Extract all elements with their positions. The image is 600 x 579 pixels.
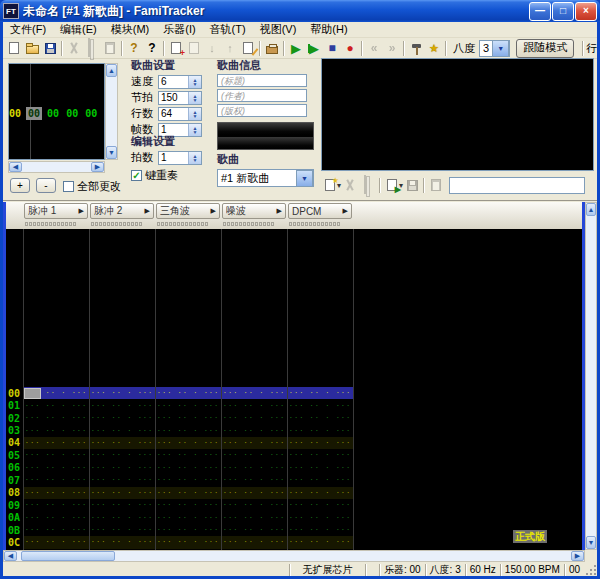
key-repeat-option[interactable]: ✓ 键重奏: [131, 168, 215, 183]
pattern-row[interactable]: 0A··· ·· · ······ ·· · ······ ·· · ·····…: [6, 511, 582, 523]
channel-header[interactable]: 脉冲 2▶: [89, 203, 155, 228]
instrument-load-icon[interactable]: ▶: [383, 177, 401, 194]
copy-icon[interactable]: [83, 40, 101, 57]
pattern-cell[interactable]: ··· ·· · ···: [287, 424, 353, 436]
stop-icon[interactable]: ■: [323, 40, 341, 57]
pattern-cell[interactable]: ··· ·· · ···: [89, 437, 155, 449]
frame-pattern-cell[interactable]: 00: [64, 107, 80, 120]
pattern-row[interactable]: 0C··· ·· · ······ ·· · ······ ·· · ·····…: [6, 536, 582, 548]
instrument-edit-icon[interactable]: [427, 177, 445, 194]
channel-effect-expand-icon[interactable]: ▶: [343, 207, 348, 215]
channel-effect-expand-icon[interactable]: ▶: [79, 207, 84, 215]
pattern-cell[interactable]: ··· ·· · ···: [221, 487, 287, 499]
prev-frame-icon[interactable]: «: [365, 40, 383, 57]
pattern-cell[interactable]: ··· ·· · ···: [221, 437, 287, 449]
key-repeat-checkbox[interactable]: ✓: [131, 170, 142, 181]
menu-item[interactable]: 乐器(I): [156, 22, 202, 37]
pattern-row[interactable]: 09··· ·· · ······ ·· · ······ ·· · ·····…: [6, 499, 582, 511]
pattern-cell[interactable]: ··· ·· · ···: [89, 387, 155, 399]
play-icon[interactable]: ▶: [287, 40, 305, 57]
resize-grip[interactable]: [584, 564, 597, 576]
pattern-cell[interactable]: ··· ·· · ···: [221, 399, 287, 411]
menu-item[interactable]: 帮助(H): [303, 22, 354, 37]
instrument-delete-icon[interactable]: [341, 177, 359, 194]
pattern-cell[interactable]: ··· ·· · ···: [221, 474, 287, 486]
pattern-cell[interactable]: ··· ·· · ···: [287, 487, 353, 499]
channel-header[interactable]: 噪波▶: [221, 203, 287, 228]
spinner-arrows-icon[interactable]: ▲▼: [188, 108, 201, 120]
pattern-cell[interactable]: ··· ·· · ···: [287, 474, 353, 486]
instrument-name-input[interactable]: [449, 177, 585, 194]
spinner-arrows-icon[interactable]: ▲▼: [188, 76, 201, 88]
scroll-left-icon[interactable]: ◀: [4, 551, 17, 561]
next-frame-icon[interactable]: »: [383, 40, 401, 57]
frame-add-icon[interactable]: +: [167, 40, 185, 57]
pattern-cell[interactable]: ··· ·· · ···: [23, 511, 89, 523]
spinner-arrows-icon[interactable]: ▲▼: [188, 152, 201, 164]
menu-item[interactable]: 模块(M): [104, 22, 157, 37]
setting-spinner[interactable]: 64▲▼: [158, 107, 202, 121]
pattern-cell[interactable]: ··· ·· · ···: [23, 437, 89, 449]
step-spinner[interactable]: 1 ▲▼: [158, 151, 202, 165]
play-pattern-icon[interactable]: ▶: [305, 40, 323, 57]
close-button[interactable]: ×: [575, 2, 597, 21]
pattern-cell[interactable]: ··· ·· · ···: [287, 462, 353, 474]
menu-item[interactable]: 编辑(E): [53, 22, 104, 37]
pattern-cell[interactable]: ··· ·· · ···: [23, 399, 89, 411]
pattern-cell[interactable]: ··· ·· · ···: [23, 524, 89, 536]
menu-item[interactable]: 视图(V): [253, 22, 304, 37]
scroll-down-icon[interactable]: ▼: [106, 146, 117, 159]
pattern-grid[interactable]: 00··· ·· · ······ ·· · ······ ·· · ·····…: [6, 229, 582, 550]
song-info-input[interactable]: (标题): [217, 74, 307, 87]
change-all-option[interactable]: 全部更改: [63, 179, 121, 194]
pattern-row[interactable]: 03··· ·· · ······ ·· · ······ ·· · ·····…: [6, 424, 582, 436]
pattern-cell[interactable]: ··· ·· · ···: [89, 412, 155, 424]
scroll-left-icon[interactable]: ◀: [9, 162, 22, 172]
frame-remove-icon[interactable]: [185, 40, 203, 57]
pattern-cell[interactable]: ··· ·· · ···: [221, 462, 287, 474]
scrollbar-thumb[interactable]: [21, 551, 115, 561]
scroll-up-icon[interactable]: ▲: [586, 203, 596, 216]
chevron-down-icon[interactable]: ▼: [296, 170, 313, 187]
new-file-icon[interactable]: [5, 40, 23, 57]
paste-icon[interactable]: [101, 40, 119, 57]
pattern-cell[interactable]: ··· ·· · ···: [23, 412, 89, 424]
pattern-row[interactable]: 01··· ·· · ······ ·· · ······ ·· · ·····…: [6, 399, 582, 411]
pattern-cell[interactable]: ··· ·· · ···: [155, 399, 221, 411]
channel-button[interactable]: DPCM▶: [288, 203, 352, 219]
frame-row[interactable]: 00 0000000000: [9, 106, 104, 120]
scroll-right-icon[interactable]: ▶: [571, 551, 584, 561]
pattern-cell[interactable]: ··· ·· · ···: [155, 536, 221, 548]
save-file-icon[interactable]: [41, 40, 59, 57]
pattern-cell[interactable]: ··· ·· · ···: [221, 536, 287, 548]
pattern-cell[interactable]: ··· ·· · ···: [23, 487, 89, 499]
channel-effect-expand-icon[interactable]: ▶: [145, 207, 150, 215]
pattern-cell[interactable]: ··· ·· · ···: [155, 499, 221, 511]
frame-down-icon[interactable]: ↓: [203, 40, 221, 57]
pattern-cell[interactable]: ··· ·· · ···: [155, 487, 221, 499]
pattern-cell[interactable]: ··· ·· · ···: [287, 449, 353, 461]
cut-icon[interactable]: [65, 40, 83, 57]
pattern-cell[interactable]: ··· ·· · ···: [287, 536, 353, 548]
pattern-cell[interactable]: ··· ·· · ···: [155, 412, 221, 424]
pattern-cell[interactable]: ··· ·· · ···: [23, 474, 89, 486]
instrument-save-icon[interactable]: [403, 177, 421, 194]
menu-item[interactable]: 音轨(T): [203, 22, 253, 37]
pattern-cell[interactable]: ··· ·· · ···: [155, 511, 221, 523]
follow-mode-button[interactable]: 跟随模式: [516, 39, 574, 58]
pattern-cell[interactable]: ··· ·· · ···: [89, 511, 155, 523]
pattern-cell[interactable]: ··· ·· · ···: [221, 524, 287, 536]
pattern-cell[interactable]: ··· ·· · ···: [221, 449, 287, 461]
pattern-cell[interactable]: ··· ·· · ···: [221, 412, 287, 424]
channel-effect-expand-icon[interactable]: ▶: [211, 207, 216, 215]
open-file-icon[interactable]: [23, 40, 41, 57]
setting-spinner[interactable]: 6▲▼: [158, 75, 202, 89]
pattern-cell[interactable]: ··· ·· · ···: [23, 449, 89, 461]
pattern-cell[interactable]: ··· ·· · ···: [155, 387, 221, 399]
pattern-cell[interactable]: ··· ·· · ···: [23, 462, 89, 474]
module-properties-icon[interactable]: [263, 40, 281, 57]
minimize-button[interactable]: —: [529, 2, 551, 21]
song-combobox[interactable]: #1 新歌曲 ▼: [217, 169, 314, 187]
pattern-cell[interactable]: ··· ·· · ···: [287, 399, 353, 411]
pattern-row[interactable]: 08··· ·· · ······ ·· · ······ ·· · ·····…: [6, 487, 582, 499]
